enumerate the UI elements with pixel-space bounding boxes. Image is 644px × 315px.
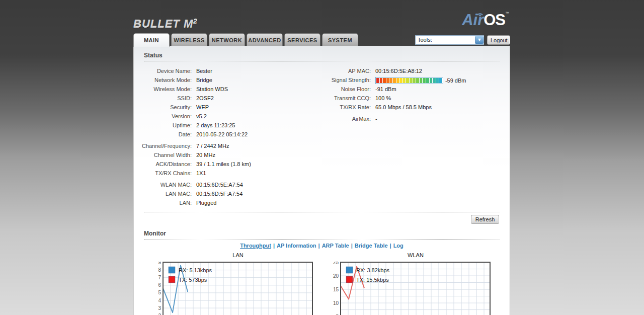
field-value: Station WDS	[196, 86, 228, 92]
field-value: 00:15:6D:5F:A7:54	[196, 191, 243, 197]
legend-swatch	[169, 267, 175, 273]
chart-title: WLAN	[328, 252, 491, 259]
y-axis-tick: 2	[158, 313, 161, 315]
field-label: Noise Floor:	[323, 85, 371, 94]
tab-wireless[interactable]: WIRELESS	[171, 33, 207, 46]
field-label: Device Name:	[134, 66, 192, 75]
chart-plot-area: 252015105RX: 3.82kbpsTX: 15.5kbps	[328, 262, 491, 315]
wifi-waves-icon	[475, 9, 485, 18]
signal-bar-segment	[389, 78, 392, 83]
legend-label: TX: 15.5kbps	[356, 277, 389, 283]
signal-bar-segment	[426, 78, 429, 83]
signal-bar-segment	[383, 78, 386, 83]
field-value: 65.0 Mbps / 58.5 Mbps	[375, 104, 432, 110]
y-axis-tick: 4	[158, 298, 161, 303]
field-label: LAN:	[134, 198, 192, 207]
monitor-link-log[interactable]: Log	[393, 243, 404, 249]
signal-bar-segment	[433, 78, 436, 83]
legend-swatch	[346, 276, 353, 283]
y-axis-tick: 15	[333, 287, 339, 292]
tools-dropdown[interactable]: Tools: ▼	[415, 35, 484, 45]
signal-bar-segment	[410, 78, 413, 83]
tab-advanced[interactable]: ADVANCED	[247, 33, 283, 46]
signal-bar-segment	[423, 78, 426, 83]
signal-bar-segment	[416, 78, 419, 83]
status-row: TX/RX Chains:1X1	[134, 169, 323, 178]
field-value: 2010-05-22 05:14:22	[196, 131, 248, 137]
field-label: Uptime:	[134, 121, 192, 130]
field-value: 00:15:6D:5E:A8:12	[375, 68, 422, 74]
signal-bar-segment	[413, 78, 416, 83]
y-axis-tick: 20	[333, 273, 339, 279]
refresh-button[interactable]: Refresh	[471, 215, 499, 224]
status-right-column: AP MAC:00:15:6D:5E:A8:12Signal Strength:…	[323, 66, 510, 210]
field-label: TX/RX Chains:	[134, 169, 192, 178]
status-row: LAN:Plugged	[134, 198, 323, 207]
field-label: Channel Width:	[134, 150, 192, 160]
monitor-link-arp-table[interactable]: ARP Table	[322, 243, 349, 249]
y-axis-tick: 5	[158, 290, 161, 295]
field-label: Version:	[134, 112, 192, 121]
signal-strength-value: -59 dBm	[445, 76, 466, 85]
status-left-column: Device Name:BesterNetwork Mode:BridgeWir…	[134, 66, 323, 210]
field-label: Date:	[134, 130, 192, 139]
status-row: Version:v5.2	[134, 112, 323, 121]
bullet-m2-logo: BULLET M2	[133, 15, 197, 28]
chart-plot-area: 98765432RX: 5.13kbpsTX: 573bps	[150, 262, 313, 315]
field-value: 20 MHz	[196, 152, 215, 158]
signal-bar-segment	[436, 78, 439, 83]
field-label: Security:	[134, 103, 192, 112]
status-row: Signal Strength:-59 dBm	[323, 75, 510, 85]
field-value: v5.2	[196, 113, 207, 119]
airos-logo: AirOS™	[455, 11, 509, 29]
signal-strength-bar	[375, 77, 443, 84]
field-value: Bridge	[196, 77, 212, 83]
monitor-link-ap-information[interactable]: AP Information	[277, 243, 316, 249]
chart-wlan: WLAN252015105RX: 3.82kbpsTX: 15.5kbps	[328, 252, 491, 315]
monitor-link-throughput[interactable]: Throughput	[240, 243, 271, 249]
chevron-down-icon[interactable]: ▼	[475, 36, 484, 44]
signal-bar-segment	[403, 78, 406, 83]
y-axis-tick: 7	[158, 275, 161, 280]
field-label: Signal Strength:	[323, 75, 371, 85]
logout-button[interactable]: Logout	[487, 35, 510, 45]
airos-trademark: ™	[505, 11, 509, 16]
status-row: Channel Width:20 MHz	[134, 150, 323, 160]
legend-label: RX: 5.13kbps	[179, 267, 212, 273]
field-label: SSID:	[134, 94, 192, 103]
field-value: -91 dBm	[375, 86, 396, 92]
status-fields: Device Name:BesterNetwork Mode:BridgeWir…	[134, 66, 510, 210]
monitor-link-bridge-table[interactable]: Bridge Table	[355, 243, 388, 249]
refresh-row: Refresh	[134, 214, 510, 224]
signal-bar-segment	[406, 78, 409, 83]
signal-bar-segment	[396, 78, 399, 83]
field-value: Bester	[196, 68, 212, 74]
tab-main[interactable]: MAIN	[133, 33, 170, 47]
tab-network[interactable]: NETWORK	[209, 33, 245, 46]
field-label: ACK/Distance:	[134, 160, 192, 169]
status-row: Device Name:Bester	[134, 66, 323, 75]
status-row: Network Mode:Bridge	[134, 75, 323, 85]
field-value: 100 %	[375, 95, 391, 101]
field-value: 2 days 11:23:25	[196, 122, 235, 128]
y-axis-tick: 25	[333, 262, 339, 265]
tab-services[interactable]: SERVICES	[284, 33, 320, 46]
field-value: Plugged	[196, 200, 216, 206]
status-row: WLAN MAC:00:15:6D:5E:A7:54	[134, 180, 323, 189]
tab-system[interactable]: SYSTEM	[322, 33, 358, 46]
signal-bar-segment	[376, 78, 379, 83]
tools-dropdown-label: Tools:	[416, 36, 432, 44]
link-separator: |	[390, 243, 391, 249]
status-row: AirMax:-	[323, 114, 510, 123]
status-row: Channel/Frequency:7 / 2442 MHz	[134, 141, 323, 150]
field-value: -	[375, 116, 377, 122]
signal-bar-segment	[393, 78, 396, 83]
field-value: 1X1	[196, 170, 206, 176]
legend-label: RX: 3.82kbps	[356, 267, 390, 273]
link-separator: |	[273, 243, 275, 249]
throughput-charts: LAN98765432RX: 5.13kbpsTX: 573bpsWLAN252…	[150, 252, 510, 315]
signal-bar-segment	[439, 78, 442, 83]
link-separator: |	[318, 243, 320, 249]
status-row: LAN MAC:00:15:6D:5F:A7:54	[134, 189, 323, 198]
signal-bar-segment	[380, 78, 383, 83]
